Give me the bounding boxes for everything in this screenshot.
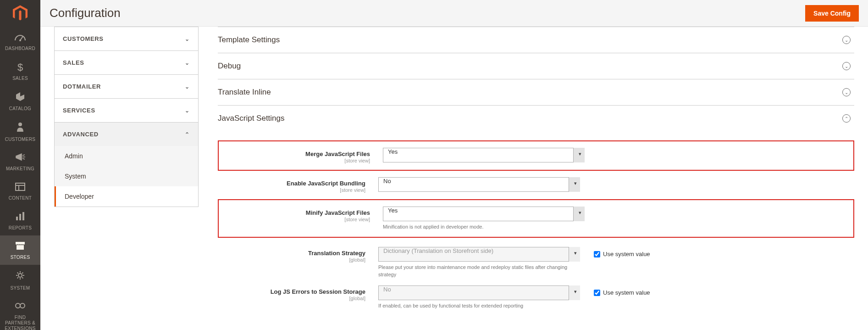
- section-title: Translate Inline: [218, 88, 271, 97]
- use-system-value-checkbox[interactable]: [594, 290, 600, 296]
- svg-point-8: [18, 274, 22, 277]
- field-enable-bundling: Enable JavaScript Bundling [store view] …: [218, 173, 854, 196]
- person-icon: [17, 122, 24, 134]
- section-title: JavaScript Settings: [218, 114, 285, 123]
- page-title: Configuration: [50, 6, 121, 20]
- field-label: Log JS Errors to Session Storage: [271, 288, 365, 295]
- field-label: Translation Strategy: [308, 250, 365, 257]
- tab-group-label: SALES: [63, 59, 84, 66]
- expand-icon: ⌄: [842, 62, 851, 70]
- nav-label: SALES: [12, 76, 28, 81]
- tab-advanced-admin[interactable]: Admin: [55, 146, 198, 166]
- nav-label: DASHBOARD: [5, 46, 35, 51]
- nav-label: CONTENT: [9, 196, 32, 201]
- minify-js-select[interactable]: Yes: [383, 207, 585, 221]
- page-header: Configuration Save Config: [40, 0, 868, 27]
- svg-point-10: [20, 303, 25, 308]
- field-minify-js: Minify JavaScript Files [store view] Yes…: [222, 203, 850, 234]
- field-help: If enabled, can be used by functional te…: [378, 302, 580, 309]
- megaphone-icon: [15, 152, 26, 164]
- gear-icon: [15, 270, 25, 283]
- nav-partners[interactable]: FIND PARTNERS & EXTENSIONS: [0, 296, 40, 330]
- nav-dashboard[interactable]: DASHBOARD: [0, 27, 40, 56]
- tab-group-services[interactable]: SERVICES ⌄: [55, 99, 198, 122]
- chevron-down-icon: ⌄: [185, 107, 190, 114]
- nav-label: REPORTS: [9, 225, 32, 231]
- section-title: Debug: [218, 62, 241, 71]
- layout-icon: [15, 182, 25, 194]
- config-tabs-panel: CUSTOMERS ⌄ SALES ⌄ DOTMAILER ⌄: [40, 27, 204, 330]
- javascript-settings-body: Merge JavaScript Files [store view] Yes: [218, 131, 854, 318]
- field-help: Minification is not applied in developer…: [383, 224, 585, 230]
- tab-group-dotmailer[interactable]: DOTMAILER ⌄: [55, 75, 198, 98]
- chevron-down-icon: ⌄: [185, 60, 190, 66]
- dashboard-icon: [14, 32, 26, 44]
- svg-rect-7: [22, 212, 24, 220]
- tab-group-advanced[interactable]: ADVANCED ⌃: [55, 123, 198, 146]
- nav-label: CATALOG: [9, 106, 31, 112]
- chevron-down-icon: ⌄: [185, 84, 190, 90]
- nav-label: SYSTEM: [11, 285, 30, 291]
- save-config-button[interactable]: Save Config: [805, 5, 859, 22]
- dollar-icon: $: [17, 62, 23, 73]
- section-translate-inline[interactable]: Translate Inline ⌄: [218, 79, 854, 106]
- config-form: Template Settings ⌄ Debug ⌄ Translate In…: [204, 27, 868, 330]
- use-system-value-label: Use system value: [603, 251, 650, 257]
- expand-icon: ⌄: [842, 36, 851, 44]
- field-scope: [store view]: [222, 158, 370, 163]
- nav-system[interactable]: SYSTEM: [0, 265, 40, 295]
- chevron-down-icon: ⌄: [185, 36, 190, 42]
- nav-sales[interactable]: $ SALES: [0, 56, 40, 85]
- field-translation-strategy: Translation Strategy [global] Dictionary…: [218, 243, 854, 282]
- svg-rect-6: [19, 214, 21, 220]
- nav-marketing[interactable]: MARKETING: [0, 147, 40, 176]
- tab-group-label: ADVANCED: [63, 131, 99, 138]
- field-scope: [store view]: [222, 217, 370, 222]
- use-system-value-checkbox[interactable]: [594, 251, 600, 257]
- svg-rect-2: [16, 183, 25, 190]
- field-label: Minify JavaScript Files: [306, 209, 370, 216]
- collapse-icon: ⌃: [842, 114, 851, 123]
- nav-customers[interactable]: CUSTOMERS: [0, 116, 40, 146]
- section-debug[interactable]: Debug ⌄: [218, 53, 854, 79]
- svg-rect-5: [16, 217, 18, 220]
- magento-logo[interactable]: [0, 0, 40, 27]
- field-label: Enable JavaScript Bundling: [287, 180, 365, 187]
- tab-group-customers[interactable]: CUSTOMERS ⌄: [55, 27, 198, 50]
- nav-catalog[interactable]: CATALOG: [0, 86, 40, 116]
- svg-point-9: [16, 303, 20, 308]
- chevron-up-icon: ⌃: [185, 131, 190, 138]
- tab-group-sales[interactable]: SALES ⌄: [55, 51, 198, 74]
- log-errors-select: No: [378, 285, 580, 300]
- section-javascript-settings[interactable]: JavaScript Settings ⌃: [218, 106, 854, 131]
- tab-group-label: SERVICES: [63, 107, 95, 114]
- tab-advanced-system[interactable]: System: [55, 166, 198, 186]
- field-scope: [global]: [218, 296, 365, 301]
- merge-js-select[interactable]: Yes: [383, 148, 585, 162]
- field-scope: [store view]: [218, 187, 365, 193]
- nav-label: FIND PARTNERS & EXTENSIONS: [2, 315, 39, 330]
- svg-point-0: [19, 39, 21, 41]
- field-merge-js: Merge JavaScript Files [store view] Yes: [222, 144, 850, 167]
- bars-icon: [16, 211, 25, 223]
- nav-content[interactable]: CONTENT: [0, 176, 40, 206]
- bundling-select[interactable]: No: [378, 177, 580, 192]
- nav-stores[interactable]: STORES: [0, 235, 40, 265]
- nav-label: CUSTOMERS: [5, 137, 35, 142]
- field-help: Please put your store into maintenance m…: [378, 264, 580, 278]
- nav-label: STORES: [11, 255, 30, 260]
- partners-icon: [15, 301, 26, 313]
- section-template-settings[interactable]: Template Settings ⌄: [218, 27, 854, 53]
- store-icon: [15, 241, 26, 253]
- box-icon: [15, 91, 25, 104]
- nav-reports[interactable]: REPORTS: [0, 206, 40, 235]
- translation-strategy-select: Dictionary (Translation on Storefront si…: [378, 247, 580, 262]
- tab-group-label: DOTMAILER: [63, 83, 101, 90]
- nav-label: MARKETING: [6, 166, 34, 172]
- use-system-value-label: Use system value: [603, 289, 650, 296]
- field-log-js-errors: Log JS Errors to Session Storage [global…: [218, 282, 854, 313]
- tab-advanced-developer[interactable]: Developer: [55, 186, 198, 207]
- svg-point-1: [18, 123, 22, 126]
- field-scope: [global]: [218, 257, 365, 263]
- section-title: Template Settings: [218, 35, 280, 45]
